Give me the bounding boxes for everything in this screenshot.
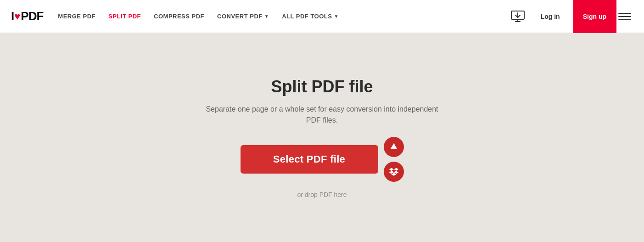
main-content: Split PDF file Separate one page or a wh… xyxy=(0,33,644,242)
dropbox-icon xyxy=(389,167,399,177)
header: I ♥ PDF MERGE PDF SPLIT PDF COMPRESS PDF… xyxy=(0,0,644,33)
hamburger-line-2 xyxy=(618,16,631,17)
nav-item-all-pdf-tools[interactable]: ALL PDF TOOLS ▼ xyxy=(282,13,339,20)
logo-text-pdf: PDF xyxy=(21,9,43,23)
logo-text-i: I xyxy=(11,9,14,23)
main-nav: MERGE PDF SPLIT PDF COMPRESS PDF CONVERT… xyxy=(58,13,507,20)
hamburger-menu-button[interactable] xyxy=(616,8,633,25)
nav-item-compress-pdf[interactable]: COMPRESS PDF xyxy=(154,13,204,20)
download-app-button[interactable] xyxy=(508,6,528,27)
header-right: Log in Sign up xyxy=(508,0,633,33)
all-pdf-tools-dropdown-icon: ▼ xyxy=(334,14,338,19)
drop-text: or drop PDF here xyxy=(297,191,347,198)
logo-heart-icon: ♥ xyxy=(14,11,20,23)
hamburger-line-1 xyxy=(618,13,631,14)
monitor-download-icon xyxy=(511,11,525,23)
hamburger-line-3 xyxy=(618,19,631,20)
google-drive-icon xyxy=(389,142,399,152)
page-title: Split PDF file xyxy=(271,77,373,96)
login-button[interactable]: Log in xyxy=(535,9,566,24)
select-pdf-button[interactable]: Select PDF file xyxy=(241,145,378,174)
google-drive-upload-button[interactable] xyxy=(384,137,404,157)
nav-item-convert-pdf[interactable]: CONVERT PDF ▼ xyxy=(217,13,269,20)
upload-area: Select PDF file xyxy=(241,137,404,182)
logo[interactable]: I ♥ PDF xyxy=(11,9,43,23)
upload-side-icons xyxy=(384,137,404,182)
signup-button[interactable]: Sign up xyxy=(573,0,616,33)
nav-item-merge-pdf[interactable]: MERGE PDF xyxy=(58,13,95,20)
convert-pdf-dropdown-icon: ▼ xyxy=(264,14,269,19)
page-subtitle: Separate one page or a whole set for eas… xyxy=(198,104,446,126)
nav-item-split-pdf[interactable]: SPLIT PDF xyxy=(108,13,141,20)
dropbox-upload-button[interactable] xyxy=(384,162,404,182)
